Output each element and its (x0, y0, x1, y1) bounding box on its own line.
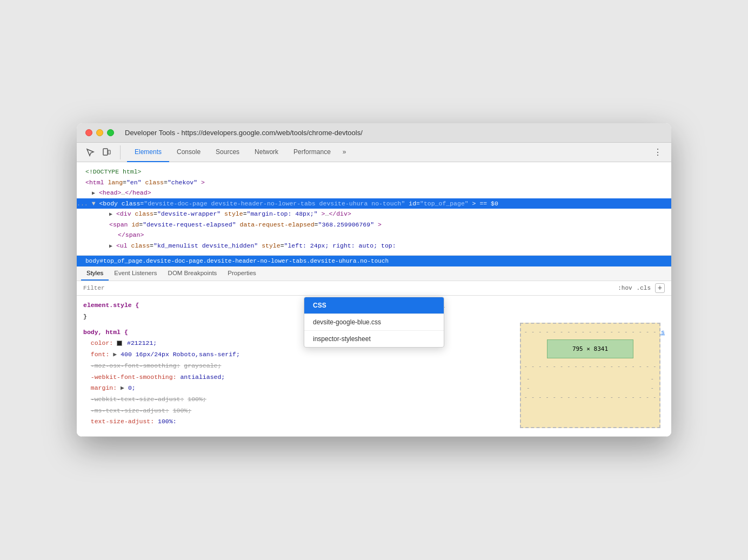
box-model-top-dash: - - - - - - - - - - - - - - - - - - - (521, 324, 659, 335)
tab-more[interactable]: » (338, 143, 351, 162)
inspect-icon[interactable] (83, 145, 97, 159)
box-model-last-dash: - - (521, 382, 659, 391)
dom-line-html[interactable]: <html lang="en" class="chekov" > (77, 177, 671, 188)
svg-rect-1 (108, 150, 110, 154)
dropdown-item-css[interactable]: CSS (304, 297, 444, 314)
filter-label: Filter (83, 285, 105, 291)
styles-panel: Styles Event Listeners DOM Breakpoints P… (77, 266, 671, 437)
styles-tab-dom-breakpoints[interactable]: DOM Breakpoints (163, 266, 223, 281)
color-swatch[interactable] (117, 341, 122, 346)
window-title: Developer Tools - https://developers.goo… (125, 129, 363, 137)
styles-body: element.style { } body, html { devsite-g… (77, 296, 671, 436)
dom-line-span[interactable]: <span id="devsite-request-elapsed" data-… (77, 219, 671, 230)
styles-tab-styles[interactable]: Styles (81, 266, 109, 281)
box-model-preview: - - - - - - - - - - - - - - - - - - - 79… (520, 323, 660, 428)
toolbar-icons (83, 145, 121, 159)
box-model-bottom-dashes: - - (521, 370, 659, 382)
traffic-lights (85, 129, 114, 136)
dom-line-ul[interactable]: ▶ <ul class="kd_menulist devsite_hidden"… (77, 241, 671, 251)
device-icon[interactable] (99, 145, 113, 159)
filter-bar: Filter :hov .cls + (77, 281, 671, 296)
breadcrumb[interactable]: body#top_of_page.devsite-doc-page.devsit… (77, 256, 671, 266)
dom-line-div-wrapper[interactable]: ▶ <div class="devsite-wrapper" style="ma… (77, 209, 671, 219)
filter-add-button[interactable]: + (655, 283, 665, 293)
dropdown-item-inspector[interactable]: inspector-stylesheet (304, 331, 444, 347)
dom-line-head[interactable]: ▶ <head>…</head> (77, 188, 671, 198)
tab-console[interactable]: Console (169, 143, 208, 162)
styles-tabs: Styles Event Listeners DOM Breakpoints P… (77, 266, 671, 281)
close-button[interactable] (85, 129, 92, 136)
box-model-mid-dash: - - - - - - - - - - - - - - - - - - - (521, 363, 659, 370)
minimize-button[interactable] (96, 129, 103, 136)
box-model-foot-dash: - - - - - - - - - - - - - - - - - - - (521, 391, 659, 401)
devtools-toolbar: Elements Console Sources Network Perform… (77, 143, 671, 162)
dropdown-item-devsite[interactable]: devsite-google-blue.css (304, 314, 444, 331)
filter-cls[interactable]: .cls (637, 285, 651, 291)
filter-pseudo[interactable]: :hov (618, 285, 632, 291)
tab-sources[interactable]: Sources (208, 143, 247, 162)
dom-panel: <!DOCTYPE html> <html lang="en" class="c… (77, 162, 671, 256)
maximize-button[interactable] (107, 129, 114, 136)
devtools-body: <!DOCTYPE html> <html lang="en" class="c… (77, 162, 671, 437)
styles-tab-event-listeners[interactable]: Event Listeners (109, 266, 162, 281)
dom-line-span-close: </span> (77, 230, 671, 241)
styles-tab-properties[interactable]: Properties (222, 266, 261, 281)
css-source-dropdown: CSS devsite-google-blue.css inspector-st… (304, 297, 444, 348)
tab-performance[interactable]: Performance (286, 143, 338, 162)
dom-line-doctype: <!DOCTYPE html> (77, 166, 671, 177)
tab-elements[interactable]: Elements (127, 143, 169, 162)
tab-network[interactable]: Network (247, 143, 286, 162)
dom-line-body[interactable]: ... ▼ <body class="devsite-doc-page devs… (77, 198, 671, 209)
title-bar: Developer Tools - https://developers.goo… (77, 123, 671, 143)
devtools-window: Developer Tools - https://developers.goo… (77, 123, 671, 437)
more-options-button[interactable]: ⋮ (651, 145, 665, 159)
svg-rect-0 (103, 149, 108, 155)
box-model-size: 795 × 8341 (547, 339, 633, 358)
